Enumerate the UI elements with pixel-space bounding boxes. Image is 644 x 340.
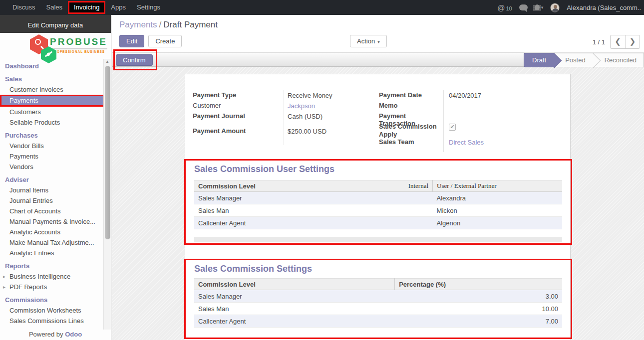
sales-commission-apply-checkbox[interactable] xyxy=(449,124,456,131)
customer-value-wrap: Jackpson xyxy=(288,102,315,110)
sidebar-section-commissions[interactable]: Commissions xyxy=(0,295,111,305)
table-row[interactable]: Sales Manager 3.00 xyxy=(194,290,562,303)
menu-settings[interactable]: Settings xyxy=(131,0,166,15)
sidebar-item-chart-of-accounts[interactable]: Chart of Accounts xyxy=(0,206,111,216)
col-commission-level[interactable]: Commission Level Internal xyxy=(194,180,433,192)
payment-amount-label: Payment Amount xyxy=(193,127,280,135)
sidebar-section-adviser[interactable]: Adviser xyxy=(0,174,111,185)
sidebar-item-vendor-bills[interactable]: Vendor Bills xyxy=(0,141,111,151)
app-window: Discuss Sales Invoicing Apps Settings @ … xyxy=(0,0,644,340)
breadcrumb-payments-link[interactable]: Payments xyxy=(119,20,157,29)
sales-team-label: Sales Team xyxy=(379,138,441,146)
edit-button[interactable]: Edit xyxy=(119,35,144,47)
sidebar-item-journal-entries[interactable]: Journal Entries xyxy=(0,195,111,206)
at-icon: @ xyxy=(497,3,505,12)
payment-date-label: Payment Date xyxy=(379,91,441,99)
sidebar-item-payments-selected[interactable]: Payments xyxy=(0,95,104,107)
edit-company-data-button[interactable]: Edit Company data xyxy=(0,15,111,33)
mentions-counter[interactable]: @ 10 xyxy=(497,3,512,12)
sidebar-section-sales[interactable]: Sales xyxy=(0,74,111,84)
chat-bubble-icon[interactable] xyxy=(519,4,528,10)
table-row[interactable]: Sales Man 10.00 xyxy=(194,303,562,315)
pager-previous-button[interactable]: ❮ xyxy=(611,35,625,48)
sidebar-section-dashboard[interactable]: Dashboard xyxy=(0,61,111,71)
create-button[interactable]: Create xyxy=(148,35,182,47)
mentions-count: 10 xyxy=(506,5,512,12)
menu-invoicing[interactable]: Invoicing xyxy=(68,1,105,14)
odoo-brand-link[interactable]: Odoo xyxy=(65,331,82,338)
status-reconciled[interactable]: Reconciled xyxy=(594,53,644,67)
internal-header-fragment: Internal xyxy=(408,182,428,190)
sidebar-item-sellable-products[interactable]: Sellable Products xyxy=(0,117,111,128)
company-logo: PROBUSE PROFESSIONAL BUSINESS xyxy=(0,34,111,62)
payment-type-value: Receive Money xyxy=(288,92,332,99)
annotation-box-user-settings: Sales Commission User Settings Commissio… xyxy=(184,159,572,245)
user-avatar[interactable] xyxy=(550,3,560,12)
customer-link[interactable]: Jackpson xyxy=(288,102,315,110)
field-customer: Customer xyxy=(193,102,280,109)
main-content: Payment Type Receive Money Customer Jack… xyxy=(112,67,644,340)
sidebar-item-customer-invoices[interactable]: Customer Invoices xyxy=(0,84,111,95)
sidebar-item-journal-items[interactable]: Journal Items xyxy=(0,185,111,195)
scrollbar-thumb[interactable] xyxy=(105,66,110,239)
form-sheet: Payment Type Receive Money Customer Jack… xyxy=(185,74,571,340)
sidebar-item-manual-tax-adjustments[interactable]: Make Manual Tax Adjustme... xyxy=(0,237,111,248)
sidebar-item-manual-payments[interactable]: Manual Payments & Invoice... xyxy=(0,216,111,227)
form-toolbar: Confirm Draft Posted Reconciled xyxy=(112,52,644,67)
menu-discuss[interactable]: Discuss xyxy=(7,0,41,15)
table-row[interactable]: Callcenter Agent 7.00 xyxy=(194,315,562,328)
action-dropdown[interactable]: Action▾ xyxy=(350,35,387,47)
cell-user: Algenon xyxy=(433,217,562,229)
payment-amount-value-wrap: $250.00 USD xyxy=(288,128,326,135)
field-payment-journal: Payment Journal xyxy=(193,112,280,120)
sidebar-item-customers[interactable]: Customers xyxy=(0,107,111,117)
payment-journal-value: Cash (USD) xyxy=(288,113,322,120)
top-navigation-bar: Discuss Sales Invoicing Apps Settings @ … xyxy=(0,0,644,15)
sidebar-item-pdf-reports[interactable]: PDF Reports xyxy=(0,282,111,292)
sidebar: Edit Company data PROBUSE PROFESSIONAL B… xyxy=(0,15,111,340)
field-payment-amount: Payment Amount xyxy=(193,127,280,135)
sidebar-item-business-intelligence[interactable]: Business Intelligence xyxy=(0,271,111,282)
sidebar-scrollbar[interactable]: ▲ ▼ xyxy=(103,59,111,334)
table-row[interactable]: Sales Manager Alexandra xyxy=(194,192,562,204)
sidebar-item-vendor-payments[interactable]: Payments xyxy=(0,151,111,162)
payment-journal-label: Payment Journal xyxy=(193,112,280,120)
control-panel: Payments/Draft Payment Edit Create Actio… xyxy=(112,15,644,52)
field-sales-team: Sales Team xyxy=(379,138,441,146)
scroll-up-icon[interactable]: ▲ xyxy=(104,59,111,65)
logo-subtitle: PROFESSIONAL BUSINESS xyxy=(51,50,105,53)
sidebar-item-analytic-accounts[interactable]: Analytic Accounts xyxy=(0,227,111,237)
breadcrumb-current: Draft Payment xyxy=(163,20,218,29)
customer-label: Customer xyxy=(193,102,280,109)
confirm-button[interactable]: Confirm xyxy=(116,54,153,66)
sidebar-item-vendors[interactable]: Vendors xyxy=(0,162,111,172)
powered-by-odoo: Powered by Odoo xyxy=(0,330,111,340)
sidebar-menu: Dashboard Sales Customer Invoices Paymen… xyxy=(0,58,111,339)
cell-level: Sales Manager xyxy=(194,290,395,303)
sidebar-item-commission-worksheets[interactable]: Commission Worksheets xyxy=(0,305,111,316)
col-commission-level[interactable]: Commission Level xyxy=(194,279,395,290)
user-menu-label[interactable]: Alexandra (Sales_comm.. xyxy=(567,4,641,11)
debug-menu[interactable]: ▾ xyxy=(535,4,544,10)
menu-apps[interactable]: Apps xyxy=(105,0,131,15)
breadcrumb: Payments/Draft Payment xyxy=(112,15,644,30)
cell-user: Alexandra xyxy=(433,192,562,204)
pager-next-button[interactable]: ❯ xyxy=(625,35,640,48)
topbar-right-tools: @ 10 ▾ Alexandra (Sales_comm.. xyxy=(497,0,641,15)
sidebar-item-analytic-entries[interactable]: Analytic Entries xyxy=(0,248,111,258)
sidebar-section-purchases[interactable]: Purchases xyxy=(0,130,111,141)
record-buttons: Edit Create xyxy=(119,35,182,47)
top-menu: Discuss Sales Invoicing Apps Settings xyxy=(0,0,166,15)
sales-team-link[interactable]: Direct Sales xyxy=(449,139,484,146)
payment-date-value: 04/20/2017 xyxy=(449,92,481,99)
col-user-partner[interactable]: User / External Partner xyxy=(433,180,562,192)
cell-level: Callcenter Agent xyxy=(194,315,395,328)
sidebar-item-sales-commissions-lines[interactable]: Sales Commissions Lines xyxy=(0,316,111,326)
status-draft[interactable]: Draft xyxy=(524,53,554,67)
table-row[interactable]: Callcenter Agent Algenon xyxy=(194,217,562,229)
table-row[interactable]: Sales Man Mickon xyxy=(194,204,562,217)
cell-level: Sales Manager xyxy=(194,192,433,204)
menu-sales[interactable]: Sales xyxy=(41,0,68,15)
sidebar-section-reports[interactable]: Reports xyxy=(0,261,111,271)
col-percentage[interactable]: Percentage (%) xyxy=(395,279,562,290)
